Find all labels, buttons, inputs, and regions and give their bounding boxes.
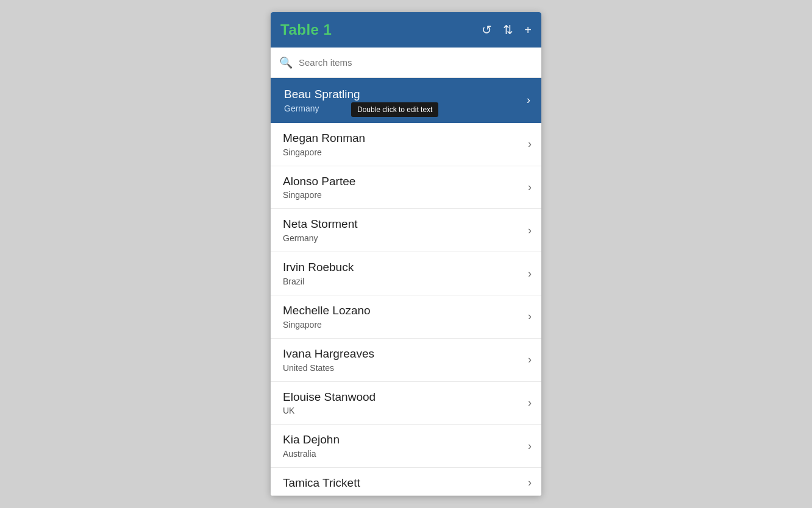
item-country: Germany xyxy=(284,104,527,113)
item-name: Kia Dejohn xyxy=(283,433,528,447)
search-input[interactable] xyxy=(299,57,533,68)
item-name: Ivana Hargreaves xyxy=(283,347,528,361)
item-country: Brazil xyxy=(283,277,528,286)
refresh-icon[interactable]: ↺ xyxy=(482,23,492,37)
list-item[interactable]: Mechelle Lozano Singapore › xyxy=(271,295,541,339)
item-text: Alonso Partee Singapore xyxy=(283,175,528,200)
item-text: Kia Dejohn Australia xyxy=(283,433,528,459)
item-name: Irvin Roebuck xyxy=(283,261,528,275)
add-icon[interactable]: + xyxy=(524,23,532,37)
list-item[interactable]: Megan Ronman Singapore › xyxy=(271,123,541,166)
item-text: Megan Ronman Singapore xyxy=(283,132,528,157)
chevron-icon: › xyxy=(528,224,532,237)
chevron-icon: › xyxy=(528,181,532,194)
item-country: Singapore xyxy=(283,147,528,157)
item-country: United States xyxy=(283,363,528,373)
item-country: Singapore xyxy=(283,190,528,200)
panel-header: Table 1 ↺ ⇅ + xyxy=(271,12,541,48)
item-country: Singapore xyxy=(283,320,528,330)
search-icon: 🔍 xyxy=(279,56,293,69)
item-name: Elouise Stanwood xyxy=(283,390,528,404)
search-bar: 🔍 xyxy=(271,48,541,78)
item-country: UK xyxy=(283,406,528,415)
item-country: Australia xyxy=(283,449,528,459)
item-name: Beau Spratling xyxy=(284,88,527,102)
chevron-icon: › xyxy=(528,476,532,489)
item-name: Mechelle Lozano xyxy=(283,304,528,318)
item-text: Ivana Hargreaves United States xyxy=(283,347,528,373)
chevron-icon: › xyxy=(528,310,532,323)
list-item[interactable]: Neta Storment Germany › xyxy=(271,209,541,252)
chevron-icon: › xyxy=(528,353,532,366)
list-item[interactable]: Irvin Roebuck Brazil › xyxy=(271,252,541,295)
list-item[interactable]: Kia Dejohn Australia › xyxy=(271,425,541,468)
chevron-icon: › xyxy=(527,94,530,107)
item-country: Germany xyxy=(283,233,528,243)
list-item[interactable]: Alonso Partee Singapore › xyxy=(271,166,541,210)
list-item-selected[interactable]: Beau Spratling Germany › Double click to… xyxy=(271,78,541,123)
chevron-icon: › xyxy=(528,397,532,409)
sort-icon[interactable]: ⇅ xyxy=(503,23,513,37)
list-item[interactable]: Ivana Hargreaves United States › xyxy=(271,339,541,382)
list-item[interactable]: Tamica Trickett › xyxy=(271,468,541,496)
main-panel: Table 1 ↺ ⇅ + 🔍 Beau Spratling Germany ›… xyxy=(271,12,541,496)
items-list: Beau Spratling Germany › Double click to… xyxy=(271,78,541,496)
item-name: Neta Storment xyxy=(283,217,528,231)
item-text: Neta Storment Germany xyxy=(283,217,528,243)
item-text: Mechelle Lozano Singapore xyxy=(283,304,528,330)
chevron-icon: › xyxy=(528,267,532,280)
chevron-icon: › xyxy=(528,138,532,150)
chevron-icon: › xyxy=(528,440,532,453)
item-text: Elouise Stanwood UK xyxy=(283,390,528,416)
item-text: Irvin Roebuck Brazil xyxy=(283,261,528,286)
header-actions: ↺ ⇅ + xyxy=(482,23,532,37)
item-text: Tamica Trickett xyxy=(283,476,528,490)
item-text: Beau Spratling Germany xyxy=(284,88,527,113)
panel-title: Table 1 xyxy=(280,21,332,38)
item-name: Alonso Partee xyxy=(283,175,528,189)
item-name: Tamica Trickett xyxy=(283,476,528,490)
list-item[interactable]: Elouise Stanwood UK › xyxy=(271,382,541,425)
item-name: Megan Ronman xyxy=(283,132,528,146)
